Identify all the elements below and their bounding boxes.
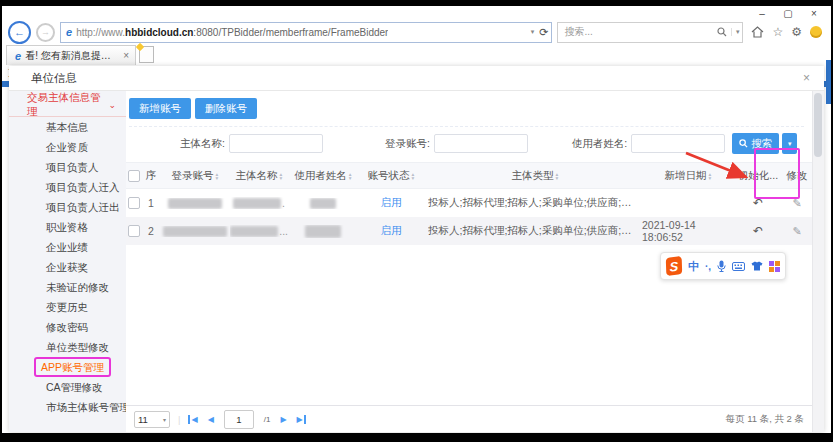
search-more-button[interactable]: ▾ — [782, 133, 797, 154]
sidebar-item-market-entity-account[interactable]: 市场主体账号管理 — [9, 397, 126, 417]
login-account-label: 登录账号: — [385, 137, 430, 151]
keyboard-icon[interactable] — [732, 262, 745, 271]
redacted-entity-name — [233, 198, 281, 209]
sidebar-item-basic-info[interactable]: 基本信息 — [9, 117, 126, 137]
add-account-button[interactable]: 新增账号 — [129, 98, 191, 119]
divider: | — [178, 414, 180, 425]
sort-icon: ▴▾ — [709, 172, 712, 180]
create-date: 2021-09-14 18:06:52 — [642, 219, 734, 243]
delete-account-button[interactable]: 删除账号 — [195, 98, 257, 119]
new-tab-button[interactable] — [139, 46, 154, 63]
col-initialize: 初始化... — [734, 169, 782, 183]
browser-window: – ▢ × ← → e http://www.hbbidcloud.cn:808… — [2, 6, 831, 433]
col-account-status[interactable]: 账号状态▴▾ — [358, 169, 424, 183]
col-entity-type[interactable]: 主体类型▴▾ — [424, 169, 642, 183]
col-login-account[interactable]: 登录账号▴▾ — [160, 169, 230, 183]
sidebar-item-awards[interactable]: 企业获奖 — [9, 257, 126, 277]
forward-button[interactable]: → — [36, 23, 55, 42]
entity-type-text: 投标人;招标代理;招标人;采购单位;供应商;采购代理 — [428, 224, 642, 238]
sogou-logo-icon[interactable]: S — [666, 256, 682, 276]
redaction-suffix: ... — [279, 225, 288, 237]
accounts-table: 序 登录账号▴▾ 主体名称▴▾ 使用者姓名▴▾ 账号状态▴▾ 主体类型▴▾ 新增… — [126, 162, 812, 245]
settings-gear-icon[interactable]: ⚙ — [791, 26, 802, 38]
home-icon[interactable] — [751, 26, 764, 38]
maximize-icon[interactable]: ▢ — [777, 7, 799, 20]
favorites-star-icon[interactable]: ☆ — [772, 26, 783, 38]
entity-type-text: 投标人;招标代理;招标人;采购单位;供应商;采购代理 — [428, 196, 642, 210]
minimize-icon[interactable]: – — [751, 7, 773, 20]
screenshot-root: – ▢ × ← → e http://www.hbbidcloud.cn:808… — [0, 0, 833, 442]
last-page-button[interactable]: ▶ — [297, 415, 306, 424]
sidebar-item-app-account-mgmt[interactable]: APP账号管理 — [9, 357, 126, 377]
user-name-label: 使用者姓名: — [572, 137, 627, 151]
status-badge: 启用 — [358, 224, 424, 238]
page-number-input[interactable] — [224, 410, 254, 429]
sidebar-category[interactable]: 交易主体信息管理 ⌄ — [9, 94, 126, 117]
sidebar-category-label: 交易主体信息管理 — [27, 91, 108, 119]
tab-favicon-icon: e — [15, 50, 21, 62]
sidebar-item-project-manager[interactable]: 项目负责人 — [9, 157, 126, 177]
edit-pencil-icon[interactable]: ✎ — [792, 197, 801, 210]
sidebar-item-performance[interactable]: 企业业绩 — [9, 237, 126, 257]
address-dropdown-icon[interactable]: ▾ — [531, 28, 535, 36]
sort-icon: ▴▾ — [349, 172, 352, 180]
search-dropdown-icon[interactable]: ▾ — [731, 28, 740, 36]
unit-info-dialog: 单位信息 × 交易主体信息管理 ⌄ 基本信息 企业资质 项目负责人 项目负责人迁… — [9, 66, 824, 432]
back-button[interactable]: ← — [8, 21, 31, 44]
user-name-input[interactable] — [631, 134, 725, 153]
initialize-icon[interactable]: ↶ — [753, 224, 763, 238]
login-account-input[interactable] — [434, 134, 528, 153]
col-user-name[interactable]: 使用者姓名▴▾ — [288, 169, 358, 183]
status-badge: 启用 — [358, 196, 424, 210]
skin-tshirt-icon[interactable] — [751, 261, 763, 271]
refresh-icon[interactable]: ⟳ — [539, 26, 548, 39]
site-favicon-icon: e — [66, 26, 72, 38]
microphone-icon[interactable] — [717, 260, 726, 272]
sidebar-item-unverified-changes[interactable]: 未验证的修改 — [9, 277, 126, 297]
sidebar-item-pm-transfer-in[interactable]: 项目负责人迁入 — [9, 177, 126, 197]
col-entity-name[interactable]: 主体名称▴▾ — [230, 169, 288, 183]
edit-pencil-icon[interactable]: ✎ — [792, 225, 801, 238]
search-button[interactable]: 搜索 — [732, 133, 779, 154]
toolbox-grid-icon[interactable] — [769, 261, 780, 272]
browser-tab[interactable]: e 看! 您有新消息提醒，请点... × — [6, 45, 136, 65]
sidebar-item-unit-type-change[interactable]: 单位类型修改 — [9, 337, 126, 357]
row-checkbox[interactable] — [128, 225, 140, 237]
feedback-smiley-icon[interactable] — [810, 26, 822, 38]
address-bar[interactable]: e http://www.hbbidcloud.cn:8080/TPBidder… — [60, 22, 552, 43]
col-edit: 修改 — [782, 169, 812, 183]
col-seq: 序 — [142, 169, 160, 183]
ime-punctuation-icon[interactable]: ·, — [705, 261, 711, 272]
sidebar-item-professional[interactable]: 职业资格 — [9, 217, 126, 237]
sidebar-item-ca-mgmt-change[interactable]: CA管理修改 — [9, 377, 126, 397]
row-checkbox[interactable] — [128, 197, 140, 209]
prev-page-button[interactable]: ◀ — [208, 415, 214, 424]
toolbar: 新增账号 删除账号 — [129, 98, 804, 127]
sort-icon: ▴▾ — [412, 172, 415, 180]
initialize-icon[interactable]: ↶ — [753, 196, 763, 210]
entity-name-input[interactable] — [229, 134, 323, 153]
sidebar-item-qualification[interactable]: 企业资质 — [9, 137, 126, 157]
dialog-close-icon[interactable]: × — [803, 71, 810, 85]
sort-icon: ▴▾ — [280, 172, 283, 180]
dialog-title: 单位信息 — [31, 71, 77, 86]
sidebar-item-pm-transfer-out[interactable]: 项目负责人迁出 — [9, 197, 126, 217]
search-icon[interactable] — [717, 27, 727, 37]
search-placeholder: 搜索... — [561, 25, 716, 39]
sidebar-item-change-history[interactable]: 变更历史 — [9, 297, 126, 317]
select-all-checkbox[interactable] — [128, 170, 140, 182]
sidebar-item-change-password[interactable]: 修改密码 — [9, 317, 126, 337]
close-icon[interactable]: × — [803, 7, 825, 20]
scrollbar-thumb[interactable] — [814, 93, 822, 157]
page-size-select[interactable]: 11 ▾ — [134, 411, 170, 428]
col-create-date[interactable]: 新增日期▴▾ — [642, 169, 734, 183]
tab-close-icon[interactable]: × — [123, 50, 129, 61]
page-edge-sliver — [826, 60, 831, 104]
browser-search-box[interactable]: 搜索... ▾ — [557, 22, 743, 43]
dialog-header: 单位信息 × — [9, 66, 824, 91]
ime-lang-icon[interactable]: 中 — [688, 259, 699, 274]
next-page-button[interactable]: ▶ — [280, 415, 286, 424]
first-page-button[interactable]: ◀ — [188, 415, 197, 424]
scrollbar[interactable] — [812, 91, 824, 432]
filter-row: 主体名称: 登录账号: 使用者姓名: — [126, 127, 812, 160]
